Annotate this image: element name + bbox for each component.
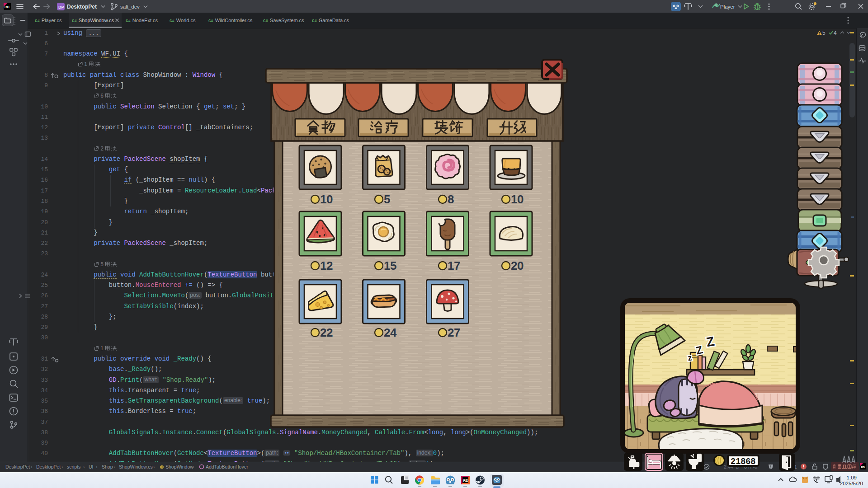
svg-text:8: 8 bbox=[448, 192, 454, 206]
svg-text:RD: RD bbox=[5, 5, 9, 9]
svg-text:1:09: 1:09 bbox=[847, 475, 857, 480]
svg-text:21868: 21868 bbox=[731, 456, 755, 466]
svg-text:15: 15 bbox=[384, 259, 396, 272]
svg-text:27: 27 bbox=[448, 326, 460, 339]
svg-text:24: 24 bbox=[384, 326, 397, 339]
svg-text:17: 17 bbox=[448, 259, 460, 272]
svg-text:salt_dev: salt_dev bbox=[120, 4, 140, 9]
svg-text:5: 5 bbox=[384, 192, 390, 206]
svg-text:12: 12 bbox=[320, 259, 333, 272]
svg-text:22: 22 bbox=[320, 326, 333, 339]
svg-text:20: 20 bbox=[511, 259, 524, 272]
svg-text:RD: RD bbox=[463, 479, 469, 483]
svg-text:10: 10 bbox=[320, 192, 333, 206]
svg-text:Player: Player bbox=[720, 4, 735, 9]
svg-text:DP: DP bbox=[58, 5, 64, 9]
svg-text:2025/5/20: 2025/5/20 bbox=[840, 481, 863, 486]
svg-text:10: 10 bbox=[511, 192, 524, 206]
svg-text:DesktopPet: DesktopPet bbox=[67, 4, 97, 10]
